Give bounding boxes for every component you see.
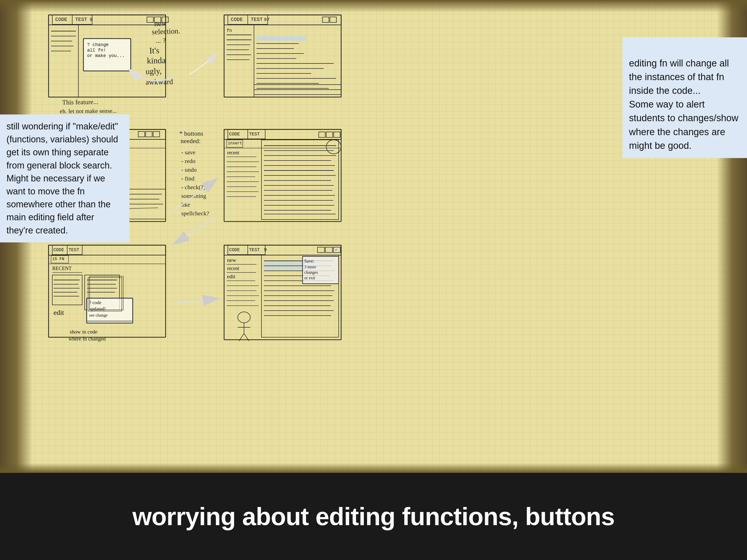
svg-text:ugly,: ugly, xyxy=(146,66,162,76)
svg-text:15 FN: 15 FN xyxy=(52,257,64,261)
svg-rect-75 xyxy=(138,131,145,137)
svg-text:97: 97 xyxy=(264,17,270,22)
bottom-bar: worrying about editing functions, button… xyxy=(0,473,747,560)
svg-rect-6 xyxy=(147,17,153,22)
right-annotation-text: editing fn will change all the instances… xyxy=(629,58,738,151)
svg-rect-184 xyxy=(326,247,332,252)
svg-text:RECENT: RECENT xyxy=(52,266,72,271)
svg-rect-38 xyxy=(330,17,336,22)
svg-text:TEST: TEST xyxy=(251,17,263,22)
main-sketch-area: CODE TEST 9 ? change all fn! or make you… xyxy=(0,0,747,473)
svg-text:eh. let not make sense...: eh. let not make sense... xyxy=(60,108,117,114)
svg-text:? code: ? code xyxy=(89,300,101,305)
svg-text:9: 9 xyxy=(89,17,93,22)
svg-text:where fn changed: where fn changed xyxy=(69,336,106,342)
svg-text:all fn!: all fn! xyxy=(87,48,106,53)
svg-text:TEST: TEST xyxy=(249,132,260,137)
svg-text:selection.: selection. xyxy=(152,27,180,36)
svg-rect-10 xyxy=(49,25,78,97)
svg-rect-76 xyxy=(146,131,152,137)
svg-rect-113 xyxy=(334,132,340,137)
svg-text:- find: - find xyxy=(181,175,195,182)
svg-text:fn: fn xyxy=(227,28,232,33)
svg-text:9: 9 xyxy=(264,247,267,252)
svg-text:TEST: TEST xyxy=(249,247,260,252)
right-annotation-box: editing fn will change all the instances… xyxy=(622,37,747,158)
svg-rect-155 xyxy=(52,275,82,305)
svg-text:updated!: updated! xyxy=(89,306,106,311)
svg-rect-145 xyxy=(49,245,165,255)
left-annotation-text: still wondering if "make/edit" (function… xyxy=(6,121,118,236)
svg-line-225 xyxy=(174,299,218,304)
left-annotation-box: still wondering if "make/edit" (function… xyxy=(0,114,129,242)
svg-text:TEST: TEST xyxy=(75,17,87,22)
svg-rect-39 xyxy=(224,25,254,97)
svg-rect-48 xyxy=(256,36,306,41)
svg-text:CODE: CODE xyxy=(231,17,243,22)
svg-rect-77 xyxy=(153,131,160,137)
svg-text:recent: recent xyxy=(227,266,239,271)
svg-text:CODE: CODE xyxy=(229,132,240,137)
svg-text:needed:: needed: xyxy=(181,137,201,144)
svg-text:kinda: kinda xyxy=(147,56,165,65)
svg-rect-120 xyxy=(261,140,339,219)
svg-text:spellcheck?: spellcheck? xyxy=(181,210,209,216)
svg-text:new: new xyxy=(227,257,236,263)
svg-text:see change: see change xyxy=(89,313,108,318)
svg-text:? change: ? change xyxy=(87,42,108,47)
svg-text:- redo: - redo xyxy=(181,158,196,164)
svg-line-226 xyxy=(174,216,216,244)
svg-rect-112 xyxy=(326,132,333,137)
svg-text:changes: changes xyxy=(304,270,318,275)
svg-text:- undo: - undo xyxy=(181,166,197,173)
svg-text:recent: recent xyxy=(227,150,239,155)
svg-text:* buttons: * buttons xyxy=(179,130,203,137)
svg-text:✓: ✓ xyxy=(335,248,337,252)
slide-title: worrying about editing functions, button… xyxy=(132,502,615,531)
svg-text:or make you...: or make you... xyxy=(87,53,125,58)
svg-text:CODE: CODE xyxy=(229,247,240,252)
svg-text:TEST: TEST xyxy=(69,247,79,252)
svg-text:... ?: ... ? xyxy=(156,36,165,44)
svg-rect-183 xyxy=(317,247,325,252)
svg-text:edit: edit xyxy=(227,273,235,279)
svg-text:edit: edit xyxy=(54,309,64,316)
svg-rect-150 xyxy=(49,255,165,264)
svg-text:show in code: show in code xyxy=(70,329,97,335)
svg-text:insert: insert xyxy=(228,141,242,145)
svg-text:CODE: CODE xyxy=(53,247,64,252)
svg-text:- save: - save xyxy=(181,149,196,156)
svg-text:new: new xyxy=(154,19,167,28)
svg-rect-37 xyxy=(323,17,329,22)
svg-text:CODE: CODE xyxy=(55,17,67,22)
svg-point-198 xyxy=(238,312,250,323)
svg-rect-106 xyxy=(224,129,341,139)
svg-rect-47 xyxy=(254,25,341,97)
svg-text:It's: It's xyxy=(149,46,159,55)
svg-text:Save:: Save: xyxy=(304,259,314,264)
svg-rect-177 xyxy=(224,245,341,255)
svg-text:3 more: 3 more xyxy=(304,265,316,269)
svg-text:This feature...: This feature... xyxy=(62,98,98,106)
svg-text:or exit: or exit xyxy=(304,275,315,280)
svg-rect-111 xyxy=(319,132,325,137)
